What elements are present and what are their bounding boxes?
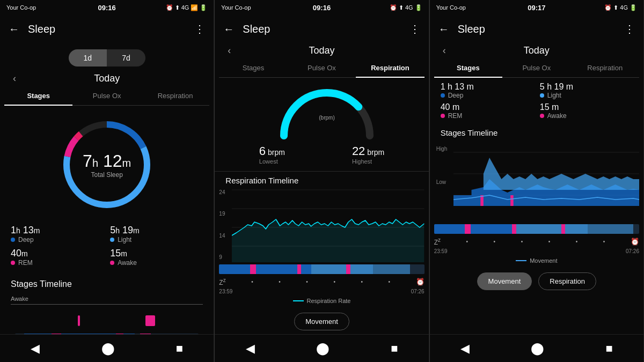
status-icons-2: ⏰ ⬆ 4G 🔋 xyxy=(390,4,422,11)
strip3-pink-3 xyxy=(561,224,566,234)
tab-stages-1[interactable]: Stages xyxy=(4,86,72,105)
resp-stats: 6 brpm Lowest 22 brpm Highest xyxy=(215,140,428,172)
status-icons-3: ⏰ ⬆ 4G 🔋 xyxy=(604,4,637,11)
sleep-strip-3 xyxy=(434,224,639,234)
dot3-5: • xyxy=(576,239,578,245)
dot3-1: • xyxy=(466,239,469,245)
time-2: 09:16 xyxy=(313,4,331,12)
strip3-blue-1 xyxy=(434,224,516,234)
nav-row-2: ‹ Today xyxy=(215,43,428,58)
back-nav-2[interactable]: ◀ xyxy=(235,337,266,360)
respiration-button-3[interactable]: Respiration xyxy=(538,272,596,290)
menu-button-3[interactable]: ⋮ xyxy=(624,23,635,35)
dot-icon-5: • xyxy=(361,279,363,285)
status-bar-2: Your Co-op 09:16 ⏰ ⬆ 4G 🔋 xyxy=(215,0,428,15)
menu-button-2[interactable]: ⋮ xyxy=(409,23,420,35)
period-7d[interactable]: 7d xyxy=(107,49,145,67)
tab-respiration-1[interactable]: Respiration xyxy=(141,86,209,105)
rem-strip-2 xyxy=(116,334,123,334)
carrier-3: Your Co-op xyxy=(436,4,466,11)
rem-strip-1 xyxy=(52,334,61,334)
stages-light-value: 5 h 19 m xyxy=(540,82,633,92)
back-button-1[interactable]: ← xyxy=(9,23,19,35)
sleep-total-label: Total Sleep xyxy=(83,171,131,179)
dot-icon-3: • xyxy=(306,279,308,285)
nav-title-1: Today xyxy=(94,73,120,84)
period-1d[interactable]: 1d xyxy=(69,49,107,67)
app-title-2: Sleep xyxy=(243,23,409,35)
svg-text:(brpm): (brpm) xyxy=(319,115,335,121)
rem-dot xyxy=(11,261,15,265)
recent-nav-3[interactable]: ■ xyxy=(595,337,624,360)
rem-strip-3 xyxy=(140,334,151,334)
time-1: 09:16 xyxy=(98,4,116,12)
home-nav-1[interactable]: ⬤ xyxy=(91,337,126,360)
stages-awake-label: Awake xyxy=(547,112,567,120)
high-label: High xyxy=(436,146,448,152)
stat-deep-value: 1h 13m xyxy=(11,225,104,236)
resp-highest: 22 brpm Highest xyxy=(352,144,384,165)
strip3-blue-3 xyxy=(588,224,633,234)
tab-pulseox-3[interactable]: Pulse Ox xyxy=(502,58,570,77)
stages-rem: 40 m REM xyxy=(441,102,533,120)
tab-pulseox-1[interactable]: Pulse Ox xyxy=(72,86,141,105)
menu-button-1[interactable]: ⋮ xyxy=(194,23,205,35)
movement-button-2[interactable]: Movement xyxy=(294,313,349,330)
recent-nav-2[interactable]: ■ xyxy=(380,337,408,360)
strip3-blue-2 xyxy=(516,224,588,234)
movement-button-3[interactable]: Movement xyxy=(477,272,532,290)
app-title-1: Sleep xyxy=(28,23,194,35)
deep-label: Deep xyxy=(18,236,34,243)
bottom-nav-2: ◀ ⬤ ■ xyxy=(215,334,428,362)
resp-chart-area: 24 19 14 9 xyxy=(219,187,424,262)
strip-blue-2 xyxy=(311,264,373,274)
legend-label-3: Movement xyxy=(530,257,557,264)
sleep-duration: 7h 12m xyxy=(83,151,131,171)
svg-rect-17 xyxy=(510,195,514,206)
carrier-1: Your Co-op xyxy=(6,4,36,11)
awake-dot xyxy=(110,261,114,265)
tab-pulseox-2[interactable]: Pulse Ox xyxy=(288,58,356,77)
resp-lowest: 6 brpm Lowest xyxy=(259,144,285,165)
stages-chart-area: High Low xyxy=(434,142,639,222)
stages-stats: 1 h 13 m Deep 5 h 19 m Light 40 m REM xyxy=(430,78,643,124)
back-nav-3[interactable]: ◀ xyxy=(450,337,480,360)
time-3: 09:17 xyxy=(528,4,545,12)
recent-nav-1[interactable]: ■ xyxy=(165,337,194,360)
tab-respiration-2[interactable]: Respiration xyxy=(356,58,424,77)
light-dot xyxy=(110,238,114,242)
chart-title-3: Stages Timeline xyxy=(430,124,643,139)
chart-title-2: Respiration Timeline xyxy=(215,172,428,187)
home-nav-2[interactable]: ⬤ xyxy=(305,337,340,360)
stages-deep-dot xyxy=(441,93,445,98)
awake-label: Awake xyxy=(118,259,137,267)
y-label-19: 19 xyxy=(219,211,225,217)
legend-line-2 xyxy=(293,300,304,301)
home-nav-3[interactable]: ⬤ xyxy=(520,337,555,360)
tab-stages-3[interactable]: Stages xyxy=(434,58,502,77)
time-end-2: 07:26 xyxy=(411,289,425,294)
back-nav-1[interactable]: ◀ xyxy=(20,337,50,360)
y-label-24: 24 xyxy=(219,189,225,195)
tab-stages-2[interactable]: Stages xyxy=(219,58,287,77)
stat-rem-label-row: REM xyxy=(11,259,104,267)
prev-arrow-2[interactable]: ‹ xyxy=(223,43,235,58)
resp-highest-value: 22 brpm xyxy=(352,144,384,158)
back-button-3[interactable]: ← xyxy=(438,23,449,35)
status-icons-1: ⏰ ⬆ 4G 📶 🔋 xyxy=(166,4,208,11)
action-btns-2: Movement xyxy=(215,308,428,334)
prev-arrow-3[interactable]: ‹ xyxy=(438,43,450,58)
stages-rem-dot xyxy=(441,114,445,118)
back-button-2[interactable]: ← xyxy=(223,23,234,35)
carrier-2: Your Co-op xyxy=(221,4,251,11)
stat-light: 5h 19m Light xyxy=(110,225,203,243)
sleep-hours-val: 7 xyxy=(83,151,92,171)
tab-respiration-3[interactable]: Respiration xyxy=(571,58,639,77)
nav-row-3: ‹ Today xyxy=(430,43,643,58)
battery-icon-3: 🔋 xyxy=(630,4,637,11)
stages-awake: 15 m Awake xyxy=(540,102,633,120)
content-3: ‹ Today Stages Pulse Ox Respiration 1 h … xyxy=(430,43,643,334)
stages-deep-label: Deep xyxy=(448,92,464,99)
content-1: 1d 7d ‹ Today Stages Pulse Ox Respiratio… xyxy=(0,43,214,334)
prev-arrow-1[interactable]: ‹ xyxy=(9,71,20,86)
